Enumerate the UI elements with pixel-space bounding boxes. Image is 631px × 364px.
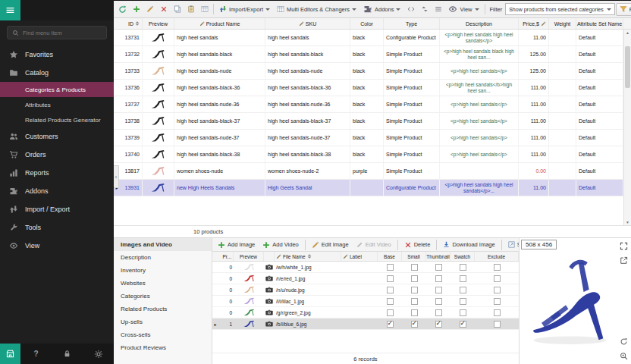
sidebar-search[interactable] (7, 26, 107, 39)
product-sku[interactable]: women shoes-nude-2 (265, 163, 350, 179)
product-sku[interactable]: high heel sandals-black-38 (265, 146, 350, 162)
scroll-down-icon[interactable]: ▼ (626, 219, 629, 225)
swatch-checkbox[interactable] (460, 264, 466, 271)
sidebar-item-favorites[interactable]: Favorites (0, 46, 114, 64)
swatch-checkbox[interactable] (460, 309, 466, 316)
detail-tab-product-reviews[interactable]: Product Reviews (114, 341, 212, 354)
exclude-checkbox[interactable] (494, 298, 501, 305)
product-sku[interactable]: High Geels Sandal (265, 180, 350, 196)
exclude-checkbox[interactable] (494, 287, 501, 293)
product-sku[interactable]: high heel sandals-nude-37 (265, 130, 350, 146)
base-checkbox[interactable] (387, 264, 394, 271)
small-checkbox[interactable] (411, 275, 418, 282)
column-header-thumbnail[interactable]: Thumbnail (426, 252, 450, 261)
scrollbar-thumb[interactable] (625, 46, 630, 88)
image-label[interactable] (341, 318, 378, 329)
small-checkbox[interactable] (411, 321, 418, 328)
base-checkbox[interactable] (387, 321, 394, 328)
product-name[interactable]: high heel sandals-black-38 (174, 146, 265, 162)
thumbnail-checkbox[interactable] (435, 275, 442, 282)
image-row[interactable]: 0 /n/u/nude.jpg (212, 284, 519, 296)
view-button[interactable]: View (445, 3, 482, 16)
product-price[interactable]: 111.00 (519, 80, 549, 96)
image-file-name[interactable]: /r/e/red_1.jpg (275, 273, 341, 284)
image-row[interactable]: ▸ 1 /b/l/blue_6.jpg (212, 318, 519, 330)
product-price[interactable]: 111.00 (519, 113, 549, 129)
column-header-label[interactable]: Label (341, 252, 378, 261)
detail-tab-description[interactable]: Description (114, 251, 212, 264)
column-header-color[interactable]: Color (350, 18, 384, 29)
column-header-product-name[interactable]: Product Name (174, 18, 265, 29)
category-filter-select[interactable]: Show products from selected categories (505, 3, 615, 15)
column-header-preview[interactable]: Preview (143, 18, 174, 29)
sidebar-item-import-export[interactable]: Import / Export (0, 200, 114, 218)
product-row[interactable]: 13737 high heel sandals-nude-36 high hee… (114, 96, 623, 113)
store-button[interactable] (0, 344, 20, 364)
product-price[interactable]: 111.00 (519, 96, 549, 112)
detail-tab-cross-sells[interactable]: Cross-sells (114, 328, 212, 341)
menu-button[interactable] (0, 0, 20, 20)
set-resize-rule-button[interactable]: Set Resize Rule (505, 239, 519, 251)
product-row[interactable]: 13732 high heel sandals-black high heel … (114, 46, 623, 63)
thumbnail-checkbox[interactable] (435, 264, 442, 271)
edit-video-button[interactable]: Edit Video (353, 239, 394, 251)
image-file-name[interactable]: /l/i/lilac_1.jpg (275, 296, 341, 306)
copy-button[interactable] (171, 3, 184, 16)
product-sku[interactable]: high heel sandals-nude (265, 63, 350, 79)
download-image-button[interactable]: Download Image (440, 239, 498, 251)
sidebar-item-addons[interactable]: Addons (0, 182, 114, 200)
swatch-checkbox[interactable] (460, 275, 466, 282)
product-sku[interactable]: high heel sandals-black (265, 46, 350, 62)
base-checkbox[interactable] (387, 309, 394, 316)
detail-tab-related-products[interactable]: Related Products (114, 303, 212, 315)
column-header-exclude[interactable]: Exclude (475, 252, 519, 261)
product-row[interactable]: 13739 high heel sandals-nude-37 high hee… (114, 130, 623, 146)
edit-product-button[interactable] (143, 3, 156, 16)
column-header-attribute-set[interactable]: Attribute Set Name (576, 18, 623, 29)
product-price[interactable]: 0.00 (519, 163, 549, 179)
image-label[interactable] (341, 273, 378, 284)
exclude-checkbox[interactable] (494, 264, 501, 271)
column-header-preview[interactable]: Preview (234, 252, 264, 261)
sort-button[interactable] (418, 3, 431, 16)
detail-tab-inventory[interactable]: Inventory (114, 264, 212, 277)
sidebar-item-tools[interactable]: Tools (0, 218, 114, 237)
detail-tab-websites[interactable]: Websites (114, 277, 212, 290)
detail-tab-categories[interactable]: Categories (114, 290, 212, 303)
sidebar-item-related-products-generator[interactable]: Related Products Generator (0, 112, 114, 127)
refresh-button[interactable] (116, 3, 129, 16)
add-product-button[interactable] (130, 3, 143, 16)
product-sku[interactable]: high heel sandals-black-36 (265, 80, 350, 96)
exclude-checkbox[interactable] (494, 309, 501, 316)
edit-image-button[interactable]: Edit Image (309, 239, 352, 251)
product-price[interactable]: 111.00 (519, 146, 549, 162)
list-view-button[interactable] (432, 3, 444, 16)
zoom-image-button[interactable] (618, 350, 629, 361)
column-header-id[interactable]: ID (120, 18, 143, 29)
detail-tab-images-and-video[interactable]: Images and Video (114, 238, 212, 251)
column-header-description[interactable]: Description (440, 18, 519, 29)
filters-button[interactable]: Filters (616, 3, 631, 16)
product-name[interactable]: high heel sandals-black-37 (174, 113, 265, 129)
product-price[interactable]: 125.00 (519, 63, 549, 79)
product-name[interactable]: high heel sandals-nude-36 (174, 96, 265, 112)
base-checkbox[interactable] (387, 287, 394, 293)
swatch-checkbox[interactable] (460, 321, 466, 328)
scroll-up-icon[interactable]: ▲ (626, 30, 629, 36)
product-row[interactable]: 13817 women shoes-nude women shoes-nude-… (114, 163, 623, 180)
product-name[interactable]: high heel sandals-nude-37 (174, 130, 265, 146)
image-row[interactable]: 0 /r/e/red_1.jpg (212, 273, 519, 284)
base-checkbox[interactable] (387, 298, 394, 305)
sidebar-item-reports[interactable]: Reports (0, 164, 114, 182)
image-file-name[interactable]: /b/l/blue_6.jpg (275, 318, 341, 329)
paste-button[interactable] (184, 3, 197, 16)
help-button[interactable]: ? (30, 348, 42, 360)
detail-tab-up-sells[interactable]: Up-sells (114, 315, 212, 328)
base-checkbox[interactable] (387, 275, 394, 282)
sidebar-item-view[interactable]: View (0, 237, 114, 255)
product-price[interactable]: 125.00 (519, 46, 549, 62)
image-label[interactable] (341, 296, 378, 306)
column-header-weight[interactable]: Weight (549, 18, 576, 29)
image-file-name[interactable]: /w/h/white_1.jpg (275, 262, 341, 272)
product-name[interactable]: high heel sandals (174, 30, 265, 46)
